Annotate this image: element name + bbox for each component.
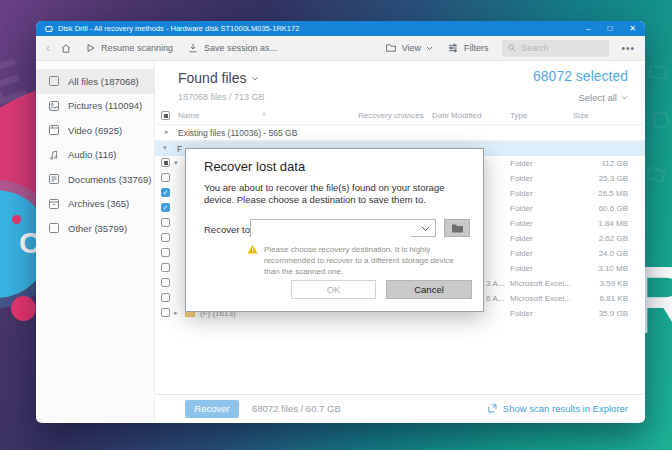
ok-button[interactable]: OK [291,280,376,299]
row-checkbox-unchecked[interactable] [161,278,170,287]
browse-folder-button[interactable] [444,219,470,237]
view-dropdown[interactable]: View [385,42,433,54]
column-name[interactable]: Name [178,111,199,120]
collapse-down-icon[interactable]: ▾ [174,159,178,167]
row-size: 25.3 GB [599,174,628,183]
search-input[interactable] [521,43,601,53]
row-size: 112 GB [601,159,628,168]
back-button[interactable]: ‹ [46,41,50,55]
wallpaper-pink-circle [11,296,36,321]
warning-message: Please choose recovery destination. It i… [247,244,465,278]
show-in-explorer-link[interactable]: Show scan results in Explorer [487,403,628,414]
documents-icon [48,173,60,185]
archives-icon [48,198,60,210]
row-type: Microsoft Excel... [510,294,571,303]
disk-drill-window: Disk Drill - All recovery methods - Hard… [36,21,645,423]
row-checkbox-unchecked[interactable] [161,173,170,182]
row-date-modified: 6 A... [486,294,504,303]
row-checkbox-unchecked[interactable] [161,263,170,272]
recover-to-label: Recover to [204,224,250,235]
other-icon [48,222,60,234]
chevron-down-icon[interactable] [421,226,430,232]
home-button[interactable] [60,42,72,54]
video-icon [48,124,60,136]
expand-right-icon[interactable]: ▸ [174,309,178,317]
existing-files-row[interactable]: ▸ Existing files (110036) - 565 GB [155,125,645,141]
close-button[interactable]: ✕ [629,21,636,36]
row-checkbox-checked[interactable]: ✓ [161,203,170,212]
row-checkbox-indeterminate[interactable] [161,158,170,167]
row-size: 2.62 GB [599,234,628,243]
minimize-button[interactable]: – [586,21,590,36]
more-options-button[interactable]: ••• [621,43,635,54]
wallpaper-pattern-shape [652,111,671,130]
sidebar-item-audio[interactable]: Audio (116) [36,143,154,168]
row-checkbox-unchecked[interactable] [161,248,170,257]
warning-icon [247,244,258,278]
row-checkbox-unchecked[interactable] [161,233,170,242]
column-date-modified[interactable]: Date Modified [432,111,481,120]
search-icon [507,43,517,53]
row-type: Folder [510,219,533,228]
select-all-checkbox[interactable] [161,111,170,120]
selected-count: 68072 selected [533,68,628,84]
wallpaper-pink-dot [12,215,21,224]
row-checkbox-unchecked[interactable] [161,293,170,302]
row-type: Folder [510,174,533,183]
row-size: 3.10 MB [598,264,628,273]
row-type: Folder [510,159,533,168]
resume-scanning-button[interactable]: Resume scanning [84,42,173,54]
audio-icon [48,149,60,161]
row-checkbox-checked[interactable]: ✓ [161,188,170,197]
save-session-button[interactable]: Save session as... [187,42,277,54]
dialog-title: Recover lost data [204,159,305,174]
selection-stats: 68072 files / 60.7 GB [252,403,341,414]
recover-lost-data-dialog: Recover lost data You are about to recov… [185,148,484,312]
all-files-icon [48,75,60,87]
row-checkbox-unchecked[interactable] [161,308,170,317]
row-type: Folder [510,264,533,273]
sidebar-item-video[interactable]: Video (6925) [36,118,154,143]
sidebar-item-label: Other (35799) [68,223,127,234]
folder-view-icon [385,42,397,54]
collapse-down-icon[interactable]: ▾ [163,144,167,152]
bottom-bar: Recover 68072 files / 60.7 GB Show scan … [155,394,645,422]
sidebar-item-all-files[interactable]: All files (187068) [36,69,154,94]
page-title: Found files [178,70,246,86]
column-type[interactable]: Type [510,111,527,120]
row-size: 35.9 GB [599,309,628,318]
filters-button[interactable]: Filters [447,42,489,54]
toolbar: ‹ Resume scanning Save session as... Vie… [36,36,645,61]
sidebar-item-label: Archives (365) [68,198,129,209]
sidebar-item-archives[interactable]: Archives (365) [36,192,154,217]
row-checkbox-unchecked[interactable] [161,218,170,227]
row-type: Folder [510,309,533,318]
row-type: Folder [510,189,533,198]
destination-input[interactable] [251,223,411,239]
found-files-dropdown[interactable]: Found files [178,70,259,86]
recover-button[interactable]: Recover [185,400,239,418]
sidebar-item-label: Audio (116) [68,149,116,160]
column-size[interactable]: Size [573,111,589,120]
maximize-button[interactable]: □ [607,21,612,36]
sidebar-item-pictures[interactable]: Pictures (110094) [36,94,154,119]
select-all-dropdown[interactable]: Select all [578,92,628,103]
files-summary: 187068 files / 713 GB [178,92,265,102]
search-box[interactable] [502,40,609,57]
cancel-button[interactable]: Cancel [386,280,472,299]
recover-to-combobox[interactable] [250,219,436,237]
expand-right-icon[interactable]: ▸ [165,128,169,136]
row-size: 1.84 MB [598,219,628,228]
pictures-icon [48,100,60,112]
column-recovery-chances[interactable]: Recovery chances [358,111,424,120]
download-icon [187,42,199,54]
filters-icon [447,42,459,54]
wallpaper-pattern-shape [646,166,667,183]
app-drive-icon [45,25,53,33]
row-size: 24.0 GB [599,249,628,258]
sidebar-item-other[interactable]: Other (35799) [36,216,154,241]
sidebar-item-documents[interactable]: Documents (33769) [36,167,154,192]
sort-ascending-icon: ˄ [262,111,266,118]
sidebar: All files (187068)Pictures (110094)Video… [36,61,155,422]
table-header: Name ˄ Recovery chances Date Modified Ty… [155,108,645,125]
